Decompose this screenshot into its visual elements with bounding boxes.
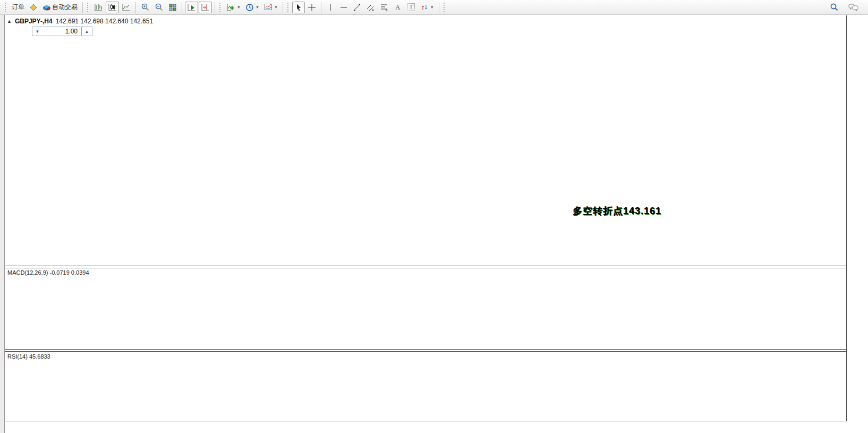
arrows-button[interactable]: ▼ bbox=[418, 2, 436, 13]
toolbar-grip[interactable] bbox=[5, 3, 7, 12]
triangle-down-icon: ▼ bbox=[36, 29, 40, 34]
buy-button[interactable]: BUY bbox=[95, 27, 118, 36]
text-button[interactable]: A bbox=[392, 2, 404, 13]
sell-price-sup: 1 bbox=[38, 41, 41, 49]
toolbar-separator bbox=[135, 2, 136, 13]
chevron-down-icon: ▼ bbox=[256, 5, 259, 9]
toolbar-separator bbox=[283, 2, 283, 13]
indicators-button[interactable]: ▼ bbox=[224, 2, 243, 13]
text-label-icon: T bbox=[407, 3, 415, 11]
autotrading-hat-icon bbox=[42, 3, 51, 12]
zoom-out-button[interactable] bbox=[152, 2, 166, 13]
toolbar-separator bbox=[215, 2, 215, 13]
line-chart-icon bbox=[122, 3, 131, 12]
pane-separator[interactable] bbox=[5, 266, 847, 266]
volume-increase-button[interactable]: ▲ bbox=[81, 27, 92, 36]
horizontal-line-icon bbox=[339, 3, 348, 12]
trendline-button[interactable] bbox=[351, 2, 363, 13]
metaeditor-icon[interactable] bbox=[27, 2, 40, 13]
chart-shift-icon bbox=[201, 3, 210, 12]
toolbar: 订单 自动交易 ▼ ▼ ▼ bbox=[0, 0, 868, 15]
rsi-title: RSI(14) bbox=[7, 353, 28, 360]
buy-price-small: 142 bbox=[70, 45, 81, 54]
templates-button[interactable]: ▼ bbox=[262, 2, 280, 13]
auto-scroll-icon bbox=[187, 3, 196, 12]
pane-separator[interactable] bbox=[5, 349, 847, 350]
chat-button[interactable] bbox=[846, 2, 861, 13]
buy-price-display[interactable]: 142 71 0 bbox=[65, 38, 122, 54]
sell-price-display[interactable]: 142 65 1 bbox=[5, 38, 62, 54]
buy-price-sup: 0 bbox=[97, 41, 101, 49]
macd-main-value: -0.0719 bbox=[49, 269, 69, 276]
pane-separator[interactable] bbox=[5, 268, 847, 268]
chart-shift-button[interactable] bbox=[199, 2, 212, 13]
arrows-icon bbox=[420, 3, 429, 12]
cursor-button[interactable] bbox=[292, 2, 305, 13]
order-button[interactable]: 订单 bbox=[10, 2, 27, 13]
toolbar-grip[interactable] bbox=[87, 3, 90, 12]
auto-scroll-button[interactable] bbox=[185, 2, 198, 13]
tile-windows-button[interactable] bbox=[166, 2, 179, 13]
trade-panel-collapse-arrow[interactable]: ▲ bbox=[7, 19, 12, 24]
fibonacci-icon: F bbox=[380, 3, 389, 12]
buy-price-big: 71 bbox=[81, 41, 97, 54]
volume-input[interactable]: 1.00 bbox=[42, 27, 82, 36]
chat-bubbles-icon bbox=[848, 3, 858, 12]
toolbar-grip[interactable] bbox=[444, 3, 446, 12]
macd-title: MACD(12,26,9) bbox=[7, 269, 48, 276]
rsi-value: 45.6833 bbox=[29, 353, 50, 360]
vertical-line-icon bbox=[327, 3, 334, 12]
time-axis-border bbox=[5, 421, 847, 421]
sell-price-big: 65 bbox=[22, 41, 38, 54]
crosshair-button[interactable] bbox=[305, 2, 318, 13]
search-icon bbox=[830, 3, 839, 12]
autotrading-button[interactable]: 自动交易 bbox=[40, 2, 80, 13]
candlestick-chart-icon bbox=[108, 3, 117, 12]
sell-button[interactable]: SELL bbox=[5, 27, 29, 36]
bar-chart-icon bbox=[94, 3, 103, 12]
equidistant-channel-button[interactable]: E bbox=[364, 2, 377, 13]
price-axis-line bbox=[846, 15, 847, 421]
toolbar-grip[interactable] bbox=[287, 3, 290, 12]
window-left-edge bbox=[0, 15, 5, 433]
candlestick-chart-button[interactable] bbox=[106, 2, 119, 13]
chevron-down-icon: ▼ bbox=[237, 5, 241, 9]
chart-header: ▲ GBPJPY-,H4 142.691 142.698 142.640 142… bbox=[7, 18, 153, 25]
rsi-pane-canvas[interactable] bbox=[5, 352, 846, 421]
main-chart-canvas[interactable] bbox=[5, 15, 846, 266]
line-chart-button[interactable] bbox=[120, 2, 133, 13]
toolbar-right-group bbox=[828, 2, 865, 13]
add-indicator-icon bbox=[226, 3, 235, 12]
crosshair-icon bbox=[308, 3, 316, 12]
chart-annotation-text[interactable]: 多空转折点143.161 bbox=[573, 205, 661, 217]
macd-pane-canvas[interactable] bbox=[5, 268, 846, 349]
toolbar-grip[interactable] bbox=[219, 3, 222, 12]
text-a-icon: A bbox=[395, 3, 400, 12]
chevron-down-icon: ▼ bbox=[274, 5, 278, 9]
horizontal-line-button[interactable] bbox=[337, 2, 350, 13]
cursor-arrow-icon bbox=[294, 3, 303, 12]
trendline-icon bbox=[353, 3, 361, 12]
macd-signal-value: 0.0394 bbox=[71, 269, 89, 276]
search-button[interactable] bbox=[828, 2, 841, 13]
pane-separator[interactable] bbox=[5, 351, 847, 352]
autotrading-label: 自动交易 bbox=[52, 3, 78, 12]
template-icon bbox=[264, 3, 273, 11]
vertical-line-button[interactable] bbox=[324, 2, 337, 13]
highlight-rectangle[interactable] bbox=[687, 201, 747, 209]
svg-text:E: E bbox=[372, 9, 374, 12]
toolbar-separator bbox=[439, 2, 439, 13]
zoom-in-icon bbox=[141, 3, 150, 12]
order-button-label: 订单 bbox=[12, 3, 24, 12]
zoom-out-icon bbox=[155, 3, 164, 12]
fibonacci-button[interactable]: F bbox=[378, 2, 391, 13]
bar-chart-button[interactable] bbox=[92, 2, 105, 13]
tile-windows-icon bbox=[168, 3, 177, 12]
text-label-button[interactable]: T bbox=[405, 2, 418, 13]
zoom-in-button[interactable] bbox=[139, 2, 152, 13]
periods-button[interactable]: ▼ bbox=[243, 2, 261, 13]
toolbar-separator bbox=[321, 2, 321, 13]
svg-text:F: F bbox=[386, 9, 388, 12]
toolbar-separator bbox=[182, 2, 182, 13]
volume-decrease-button[interactable]: ▼ bbox=[32, 27, 43, 36]
